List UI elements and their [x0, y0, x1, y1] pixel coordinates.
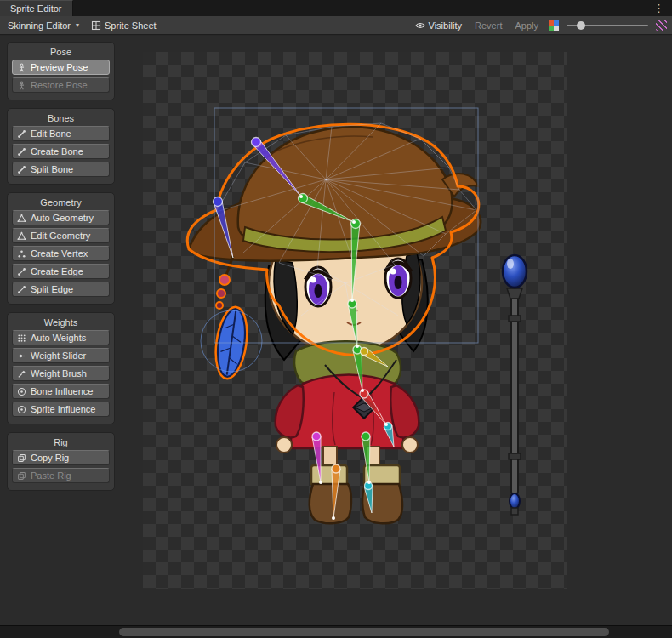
weight-brush-icon — [17, 369, 26, 379]
kebab-menu-icon[interactable]: ⋮ — [646, 0, 672, 16]
sprite-influence-button[interactable]: Sprite Influence — [12, 402, 110, 417]
split-edge-icon — [17, 285, 26, 294]
group-title: Bones — [10, 113, 111, 123]
bone-influence-icon — [17, 387, 26, 396]
group-title: Pose — [10, 47, 111, 57]
sprite-sheet-button[interactable]: Sprite Sheet — [88, 16, 159, 34]
overlay-color-icon[interactable] — [549, 20, 559, 31]
create-bone-button[interactable]: Create Bone — [12, 144, 110, 159]
overlay-opacity-slider[interactable] — [567, 20, 648, 31]
create-bone-icon — [17, 147, 26, 157]
horizontal-scrollbar[interactable] — [0, 625, 672, 638]
auto-weights-button[interactable]: Auto Weights — [12, 330, 110, 345]
dropdown-label: Skinning Editor — [8, 20, 71, 31]
revert-button[interactable]: Revert — [472, 20, 504, 31]
edit-geometry-button[interactable]: Edit Geometry — [12, 228, 110, 243]
sprite-sheet-icon — [91, 20, 101, 31]
staff-sprite — [503, 255, 527, 515]
group-title: Weights — [10, 317, 111, 328]
create-edge-icon — [17, 267, 26, 276]
visibility-button[interactable]: Visibility — [413, 20, 465, 31]
editor-tab-bar: Sprite Editor ⋮ — [0, 0, 672, 16]
restore-pose-button[interactable]: Restore Pose — [12, 77, 110, 93]
skinning-editor-dropdown[interactable]: Skinning Editor ▾ — [5, 16, 82, 34]
edit-bone-button[interactable]: Edit Bone — [12, 126, 110, 141]
horizontal-scrollbar-thumb[interactable] — [119, 628, 609, 636]
tab-sprite-editor[interactable]: Sprite Editor — [0, 0, 73, 16]
edit-geometry-icon — [17, 231, 26, 241]
visibility-label: Visibility — [429, 20, 463, 31]
rig-group: Rig Copy Rig Paste Rig — [7, 432, 115, 491]
group-title: Rig — [10, 437, 111, 447]
sprite-sheet-label: Sprite Sheet — [105, 20, 157, 31]
weight-slider-icon — [17, 351, 26, 361]
tab-label: Sprite Editor — [10, 3, 62, 14]
preview-pose-button[interactable]: Preview Pose — [12, 60, 110, 75]
split-edge-button[interactable]: Split Edge — [12, 282, 110, 297]
auto-geometry-button[interactable]: Auto Geometry — [12, 210, 110, 225]
create-vertex-button[interactable]: Create Vertex — [12, 246, 110, 261]
sprite-canvas[interactable] — [143, 52, 567, 589]
preview-pose-icon — [17, 63, 26, 72]
character-sprite — [143, 52, 567, 589]
apply-button[interactable]: Apply — [512, 20, 541, 31]
split-bone-icon — [17, 165, 26, 174]
auto-geometry-icon — [17, 214, 26, 223]
tool-sidebar: Pose Preview Pose Restore Pose Bones Edi… — [7, 42, 115, 498]
chevron-down-icon: ▾ — [76, 21, 79, 29]
skinning-toolbar: Skinning Editor ▾ Sprite Sheet Visibilit… — [0, 16, 672, 35]
edit-bone-icon — [17, 129, 26, 139]
geometry-group: Geometry Auto Geometry Edit Geometry Cre… — [7, 192, 115, 305]
create-vertex-icon — [17, 249, 26, 259]
copy-rig-button[interactable]: Copy Rig — [12, 450, 110, 465]
slider-knob[interactable] — [577, 21, 585, 30]
paste-rig-icon — [17, 471, 26, 481]
alpha-slider-icon[interactable] — [656, 20, 667, 31]
paste-rig-button[interactable]: Paste Rig — [12, 468, 110, 483]
copy-rig-icon — [17, 453, 26, 463]
pose-group: Pose Preview Pose Restore Pose — [7, 42, 115, 100]
bones-group: Bones Edit Bone Create Bone Split Bone — [7, 108, 115, 185]
skinning-main-area: Pose Preview Pose Restore Pose Bones Edi… — [0, 36, 672, 625]
weight-brush-button[interactable]: Weight Brush — [12, 366, 110, 381]
create-edge-button[interactable]: Create Edge — [12, 264, 110, 279]
eye-icon — [415, 20, 425, 31]
sprite-influence-icon — [17, 405, 26, 414]
weight-slider-button[interactable]: Weight Slider — [12, 348, 110, 363]
weights-group: Weights Auto Weights Weight Slider Weigh… — [7, 312, 115, 424]
restore-pose-icon — [17, 81, 26, 90]
group-title: Geometry — [10, 197, 111, 208]
bone-influence-button[interactable]: Bone Influence — [12, 384, 110, 399]
split-bone-button[interactable]: Split Bone — [12, 162, 110, 177]
auto-weights-icon — [17, 333, 26, 343]
right-eye — [385, 259, 411, 298]
